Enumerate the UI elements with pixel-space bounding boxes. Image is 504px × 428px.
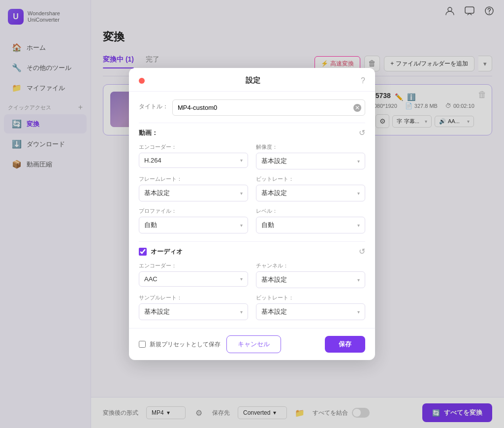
title-input[interactable] bbox=[172, 99, 365, 116]
save-preset-label: 新規プリセットとして保存 bbox=[150, 340, 220, 349]
resolution-select[interactable]: 基本設定 ▾ bbox=[256, 153, 365, 169]
level-label: レベル： bbox=[256, 207, 365, 215]
title-clear-button[interactable]: ✕ bbox=[353, 104, 361, 112]
settings-modal: 設定 ? タイトル： ✕ 動画： ↺ bbox=[129, 68, 375, 360]
save-button[interactable]: 保存 bbox=[325, 336, 365, 353]
encoder-field: エンコーダー： H.264 ▾ bbox=[139, 143, 248, 169]
framerate-arrow: ▾ bbox=[240, 191, 243, 196]
video-section-header: 動画： ↺ bbox=[139, 128, 365, 137]
profile-select[interactable]: 自動 ▾ bbox=[139, 217, 248, 233]
title-field-label: タイトル： bbox=[139, 102, 168, 111]
video-bitrate-select[interactable]: 基本設定 ▾ bbox=[256, 185, 365, 201]
samplerate-field: サンプルレート： 基本設定 ▾ bbox=[139, 294, 248, 320]
modal-title: 設定 bbox=[145, 76, 361, 85]
save-preset-checkbox[interactable] bbox=[139, 341, 146, 348]
encoder-select[interactable]: H.264 ▾ bbox=[139, 153, 248, 168]
samplerate-label: サンプルレート： bbox=[139, 294, 248, 301]
audio-bitrate-select[interactable]: 基本設定 ▾ bbox=[256, 303, 365, 320]
video-bitrate-label: ビットレート： bbox=[256, 175, 365, 183]
resolution-value: 基本設定 bbox=[261, 157, 287, 165]
profile-value: 自動 bbox=[144, 221, 157, 230]
framerate-label: フレームレート： bbox=[139, 175, 248, 183]
audio-bitrate-field: ビットレート： 基本設定 ▾ bbox=[256, 294, 365, 320]
audio-encoder-value: AAC bbox=[144, 275, 158, 283]
samplerate-select[interactable]: 基本設定 ▾ bbox=[139, 303, 248, 320]
channel-field: チャンネル： 基本設定 ▾ bbox=[256, 262, 365, 288]
channel-value: 基本設定 bbox=[261, 275, 287, 284]
framerate-select[interactable]: 基本設定 ▾ bbox=[139, 185, 248, 201]
samplerate-arrow: ▾ bbox=[240, 309, 243, 315]
audio-bitrate-label: ビットレート： bbox=[256, 294, 365, 301]
video-section-title: 動画： bbox=[139, 129, 158, 137]
audio-settings-grid: エンコーダー： AAC ▾ チャンネル： 基本設定 ▾ サンプルレート： bbox=[139, 262, 365, 320]
audio-encoder-field: エンコーダー： AAC ▾ bbox=[139, 262, 248, 288]
audio-reset-button[interactable]: ↺ bbox=[359, 247, 365, 256]
profile-field: プロファイル： 自動 ▾ bbox=[139, 207, 248, 233]
audio-encoder-label: エンコーダー： bbox=[139, 262, 248, 269]
resolution-label: 解像度： bbox=[256, 143, 365, 151]
modal-header: 設定 ? bbox=[129, 68, 375, 92]
audio-enabled-checkbox[interactable] bbox=[139, 248, 147, 256]
audio-bitrate-arrow: ▾ bbox=[357, 309, 360, 315]
bitrate-arrow: ▾ bbox=[357, 191, 360, 196]
profile-arrow: ▾ bbox=[240, 223, 243, 228]
video-bitrate-field: ビットレート： 基本設定 ▾ bbox=[256, 175, 365, 201]
cancel-button[interactable]: キャンセル bbox=[226, 335, 281, 353]
profile-label: プロファイル： bbox=[139, 207, 248, 215]
framerate-field: フレームレート： 基本設定 ▾ bbox=[139, 175, 248, 201]
divider-2 bbox=[139, 241, 365, 242]
divider-1 bbox=[139, 123, 365, 123]
modal-footer: 新規プリセットとして保存 キャンセル 保存 bbox=[129, 328, 375, 360]
modal-help-button[interactable]: ? bbox=[361, 76, 365, 85]
audio-section-header: オーディオ ↺ bbox=[139, 247, 365, 256]
audio-encoder-arrow: ▾ bbox=[240, 276, 243, 282]
level-select[interactable]: 自動 ▾ bbox=[256, 217, 365, 233]
encoder-value: H.264 bbox=[144, 157, 161, 164]
video-bitrate-value: 基本設定 bbox=[261, 189, 287, 198]
audio-bitrate-value: 基本設定 bbox=[261, 307, 287, 316]
modal-overlay[interactable]: 設定 ? タイトル： ✕ 動画： ↺ bbox=[0, 0, 504, 428]
channel-arrow: ▾ bbox=[357, 277, 360, 283]
channel-label: チャンネル： bbox=[256, 262, 365, 269]
title-field-row: タイトル： ✕ bbox=[139, 99, 365, 116]
samplerate-value: 基本設定 bbox=[144, 307, 170, 316]
audio-encoder-select[interactable]: AAC ▾ bbox=[139, 271, 248, 287]
video-reset-button[interactable]: ↺ bbox=[359, 128, 365, 137]
level-field: レベル： 自動 ▾ bbox=[256, 207, 365, 233]
resolution-arrow: ▾ bbox=[357, 159, 360, 164]
save-preset-row: 新規プリセットとして保存 bbox=[139, 340, 220, 349]
channel-select[interactable]: 基本設定 ▾ bbox=[256, 271, 365, 288]
modal-close-dot[interactable] bbox=[139, 78, 145, 84]
level-arrow: ▾ bbox=[357, 223, 360, 228]
framerate-value: 基本設定 bbox=[144, 189, 170, 198]
resolution-field: 解像度： 基本設定 ▾ bbox=[256, 143, 365, 169]
audio-section-title: オーディオ bbox=[151, 247, 183, 256]
title-input-wrap: ✕ bbox=[172, 99, 365, 116]
encoder-arrow: ▾ bbox=[240, 158, 243, 163]
encoder-label: エンコーダー： bbox=[139, 143, 248, 151]
modal-body: タイトル： ✕ 動画： ↺ エンコーダー： H.264 ▾ bbox=[129, 92, 375, 328]
level-value: 自動 bbox=[261, 221, 274, 230]
video-settings-grid: エンコーダー： H.264 ▾ 解像度： 基本設定 ▾ フレームレート： bbox=[139, 143, 365, 233]
